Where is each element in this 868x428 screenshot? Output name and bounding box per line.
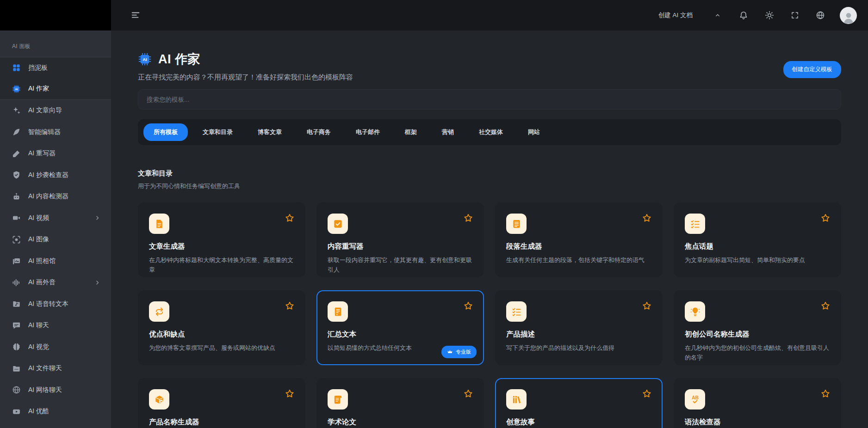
dashboard-icon xyxy=(12,63,21,72)
filter-tab-2[interactable]: 博客文章 xyxy=(248,123,292,141)
chat-icon xyxy=(12,321,21,330)
template-card[interactable]: 汇总文本 以简短易懂的方式总结任何文本 专业版 xyxy=(316,290,484,365)
menu-icon[interactable] xyxy=(129,8,143,22)
paragraph-icon xyxy=(511,219,522,229)
filter-tab-4[interactable]: 电子邮件 xyxy=(346,123,390,141)
filter-tab-8[interactable]: 网站 xyxy=(518,123,550,141)
sidebar-item-waveform[interactable]: AI 画外音 xyxy=(0,272,111,293)
shield-check-icon xyxy=(12,171,21,179)
ai-chip-icon xyxy=(138,52,152,66)
fullscreen-icon[interactable] xyxy=(789,9,801,21)
template-card[interactable]: 优点和缺点 为您的博客文章撰写产品、服务或网站的优缺点 xyxy=(138,290,305,365)
sidebar-item-video[interactable]: AI 视频 xyxy=(0,208,111,229)
sidebar-item-image-focus[interactable]: AI 图像 xyxy=(0,229,111,251)
chevron-right-icon xyxy=(94,214,101,221)
bell-icon[interactable] xyxy=(737,9,750,22)
swap-icon xyxy=(154,306,165,317)
page-head: AI 作家 正在寻找完美的内容？不用再观望了！准备好探索我们出色的模板阵容 创建… xyxy=(138,51,841,82)
header-actions: 创建 AI 文档 xyxy=(658,7,857,24)
favorite-star-icon[interactable] xyxy=(642,213,652,223)
chevron-up-icon xyxy=(714,12,721,19)
crown-icon xyxy=(447,349,453,355)
favorite-star-icon[interactable] xyxy=(642,389,652,399)
favorite-star-icon[interactable] xyxy=(285,213,295,223)
template-card[interactable]: 内容重写器 获取一段内容并重写它，使其更有趣、更有创意和更吸引人 xyxy=(316,202,484,277)
sidebar-item-brain[interactable]: AI 视觉 xyxy=(0,336,111,358)
create-custom-template-button[interactable]: 创建自定义模板 xyxy=(783,61,842,78)
favorite-star-icon[interactable] xyxy=(820,213,831,223)
favorite-star-icon[interactable] xyxy=(463,301,473,311)
filter-tab-1[interactable]: 文章和目录 xyxy=(192,123,243,141)
favorite-star-icon[interactable] xyxy=(285,389,295,399)
sidebar-item-rss[interactable]: AI RSS xyxy=(0,422,111,428)
sidebar-item-globe[interactable]: AI 网络聊天 xyxy=(0,379,111,401)
section-head: 文章和目录 用于为不同心情和任务编写创意的工具 xyxy=(138,169,841,190)
sidebar-menu: 挡泥板 AI 作家 AI 文章向导 智能编辑器 AI 重写器 AI 抄袭检查器 … xyxy=(0,57,111,428)
books-icon xyxy=(511,394,522,405)
summary-doc-icon xyxy=(333,306,343,317)
template-card[interactable]: 语法检查器 确保您的内容中没有错误 xyxy=(674,378,841,428)
sparkles-icon xyxy=(12,106,21,115)
globe-icon xyxy=(12,385,21,394)
pencil-icon xyxy=(12,149,21,158)
image-focus-icon xyxy=(12,235,21,244)
sidebar-item-robot[interactable]: AI 内容检测器 xyxy=(0,186,111,208)
search-bar xyxy=(138,89,841,110)
sidebar-item-audio-file[interactable]: AI 语音转文本 xyxy=(0,293,111,315)
sidebar-item-chat[interactable]: AI 聊天 xyxy=(0,315,111,336)
page-subtitle: 正在寻找完美的内容？不用再观望了！准备好探索我们出色的模板阵容 xyxy=(138,73,353,82)
checklist-icon xyxy=(690,219,701,229)
favorite-star-icon[interactable] xyxy=(820,389,831,399)
favorite-star-icon[interactable] xyxy=(642,301,652,311)
template-card[interactable]: 焦点话题 为文章的副标题写出简短、简单和翔实的要点 xyxy=(674,202,841,277)
template-card[interactable]: 产品描述 写下关于您的产品的描述以及为什么值得 xyxy=(495,290,663,365)
robot-icon xyxy=(12,192,21,201)
favorite-star-icon[interactable] xyxy=(463,213,473,223)
template-card[interactable]: 学术论文 只需一秒钟即可为各种主题创建创意学术论文 xyxy=(316,378,484,428)
filter-tab-3[interactable]: 电子商务 xyxy=(297,123,341,141)
video-icon xyxy=(12,214,21,222)
sidebar-item-folder-chat[interactable]: AI 文件聊天 xyxy=(0,358,111,379)
user-avatar[interactable] xyxy=(840,7,857,24)
scroll-icon xyxy=(333,394,343,405)
sidebar-item-pencil[interactable]: AI 重写器 xyxy=(0,143,111,165)
brightness-icon[interactable] xyxy=(763,9,776,22)
feather-icon xyxy=(12,128,21,136)
filter-tab-5[interactable]: 框架 xyxy=(395,123,427,141)
template-grid: 文章生成器 在几秒钟内将标题和大纲文本转换为完整、高质量的文章 内容重写器 获取… xyxy=(138,202,841,428)
search-input[interactable] xyxy=(147,96,832,103)
template-card[interactable]: 创意故事 允许 AI 根据输入文本为您生成创意故事 xyxy=(495,378,663,428)
create-doc-dropdown[interactable]: 创建 AI 文档 xyxy=(658,11,721,19)
page-title: AI 作家 xyxy=(158,51,200,67)
sidebar-item-shield-check[interactable]: AI 抄袭检查器 xyxy=(0,165,111,186)
template-card[interactable]: 段落生成器 生成有关任何主题的段落，包括关键字和特定的语气 xyxy=(495,202,663,277)
favorite-star-icon[interactable] xyxy=(820,301,831,311)
gallery-icon xyxy=(12,257,21,265)
sidebar-item-feather[interactable]: 智能编辑器 xyxy=(0,122,111,143)
filter-tab-0[interactable]: 所有模板 xyxy=(143,123,188,141)
sidebar-item-youtube[interactable]: AI 优酷 xyxy=(0,401,111,422)
sidebar-item-sparkles[interactable]: AI 文章向导 xyxy=(0,100,111,122)
sidebar-section-label: AI 面板 xyxy=(0,31,111,57)
template-card[interactable]: 初创公司名称生成器 在几秒钟内为您的初创公司生成酷炫、有创意且吸引人的名字 xyxy=(674,290,841,365)
main-content: AI 作家 正在寻找完美的内容？不用再观望了！准备好探索我们出色的模板阵容 创建… xyxy=(111,31,868,428)
pro-badge: 专业版 xyxy=(441,346,477,358)
favorite-star-icon[interactable] xyxy=(463,389,473,399)
language-globe-icon[interactable] xyxy=(814,9,827,22)
youtube-icon xyxy=(12,407,21,416)
favorite-star-icon[interactable] xyxy=(285,301,295,311)
template-card[interactable]: 文章生成器 在几秒钟内将标题和大纲文本转换为完整、高质量的文章 xyxy=(138,202,305,277)
section-title: 文章和目录 xyxy=(138,169,841,178)
filter-tab-6[interactable]: 营销 xyxy=(432,123,464,141)
checklist-icon xyxy=(511,306,522,317)
package-icon xyxy=(154,394,165,405)
app-header: 创建 AI 文档 xyxy=(0,0,868,31)
filter-tab-7[interactable]: 社交媒体 xyxy=(469,123,513,141)
ai-chip-icon xyxy=(12,85,21,93)
folder-chat-icon xyxy=(12,364,21,373)
sidebar-item-gallery[interactable]: AI 照相馆 xyxy=(0,251,111,272)
sidebar-item-ai-chip[interactable]: AI 作家 xyxy=(0,79,111,100)
template-card[interactable]: 产品名称生成器 根据示例词创建创意商品名称 xyxy=(138,378,305,428)
sidebar-item-dashboard[interactable]: 挡泥板 xyxy=(0,57,111,79)
audio-file-icon xyxy=(12,300,21,308)
